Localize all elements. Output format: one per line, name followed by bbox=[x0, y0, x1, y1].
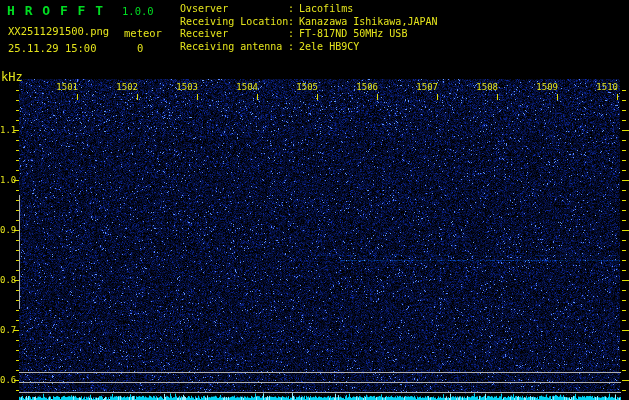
info-separator: : bbox=[288, 28, 294, 39]
time-tick-label: 1508 bbox=[475, 82, 498, 92]
station-info-row: Receiving antenna:2ele HB9CY bbox=[180, 41, 438, 54]
observation-datetime: 25.11.29 15:00 bbox=[8, 42, 97, 54]
hrofft-window: H R O F F T 1.0.0 XX2511291500.png 25.11… bbox=[0, 0, 629, 400]
info-label: Ovserver bbox=[180, 3, 288, 16]
info-separator: : bbox=[288, 16, 294, 27]
info-value: Kanazawa Ishikawa,JAPAN bbox=[299, 16, 437, 27]
info-label: Receiving antenna bbox=[180, 41, 288, 54]
time-tick-label: 1503 bbox=[175, 82, 198, 92]
app-title: H R O F F T bbox=[7, 3, 104, 18]
freq-axis-unit-label: kHz bbox=[1, 70, 23, 84]
time-tick-label: 1509 bbox=[535, 82, 558, 92]
freq-tick-label: 0.8 bbox=[0, 275, 14, 285]
time-tick-label: 1510 bbox=[595, 82, 618, 92]
output-filename: XX2511291500.png bbox=[8, 25, 109, 37]
info-label: Receiving Location bbox=[180, 16, 288, 29]
station-info-row: Receiver:FT-817ND 50MHz USB bbox=[180, 28, 438, 41]
meteor-counter-value: 0 bbox=[137, 42, 143, 54]
time-tick-label: 1506 bbox=[355, 82, 378, 92]
freq-tick-label: 0.7 bbox=[0, 325, 14, 335]
spectrogram-canvas bbox=[0, 0, 629, 400]
info-value: FT-817ND 50MHz USB bbox=[299, 28, 407, 39]
info-label: Receiver bbox=[180, 28, 288, 41]
info-value: Lacofilms bbox=[299, 3, 353, 14]
freq-tick-label: 0.9 bbox=[0, 225, 14, 235]
freq-tick-label: 1.1 bbox=[0, 125, 14, 135]
time-tick-label: 1504 bbox=[235, 82, 258, 92]
station-info-row: Receiving Location:Kanazawa Ishikawa,JAP… bbox=[180, 16, 438, 29]
info-value: 2ele HB9CY bbox=[299, 41, 359, 52]
station-info-block: Ovserver:LacofilmsReceiving Location:Kan… bbox=[180, 3, 438, 53]
info-separator: : bbox=[288, 41, 294, 52]
time-tick-label: 1505 bbox=[295, 82, 318, 92]
time-tick-label: 1501 bbox=[55, 82, 78, 92]
freq-tick-label: 1.0 bbox=[0, 175, 14, 185]
time-tick-label: 1502 bbox=[115, 82, 138, 92]
freq-tick-label: 0.6 bbox=[0, 375, 14, 385]
info-separator: : bbox=[288, 3, 294, 14]
app-version: 1.0.0 bbox=[122, 5, 154, 17]
time-tick-label: 1507 bbox=[415, 82, 438, 92]
station-info-row: Ovserver:Lacofilms bbox=[180, 3, 438, 16]
meteor-counter-label: meteor bbox=[124, 27, 162, 39]
